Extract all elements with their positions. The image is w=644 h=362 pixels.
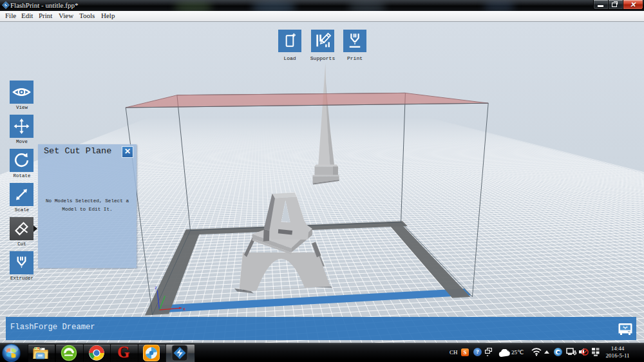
svg-text:z: z bbox=[155, 285, 157, 291]
svg-text:x: x bbox=[183, 306, 185, 312]
